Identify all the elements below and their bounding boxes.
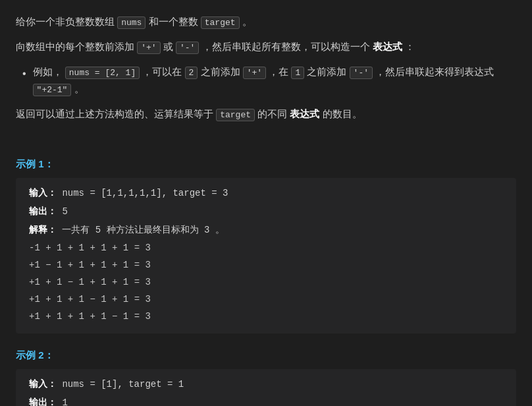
desc-text-4: ，然后串联起所有整数，可以构造一个 bbox=[202, 41, 370, 52]
bullet-text-5: ，然后串联起来得到表达式 bbox=[375, 66, 494, 77]
example1-body: 输入： nums = [1,1,1,1,1], target = 3 输出： 5… bbox=[16, 178, 516, 334]
example1-input-label: 输入： bbox=[29, 188, 57, 198]
example1-input-row: 输入： nums = [1,1,1,1,1], target = 3 bbox=[29, 186, 506, 202]
nums-code-1: nums bbox=[117, 16, 146, 29]
example2-output-val: 1 bbox=[62, 397, 67, 406]
math-row-4: +1 + 1 + 1 + 1 − 1 = 3 bbox=[29, 309, 506, 325]
bullet-2-code: 2 bbox=[185, 67, 198, 79]
example1-section: 示例 1： 输入： nums = [1,1,1,1,1], target = 3… bbox=[16, 156, 516, 334]
math-row-2: +1 + 1 − 1 + 1 + 1 = 3 bbox=[29, 275, 506, 291]
desc-bold: 表达式 bbox=[373, 41, 402, 52]
math-row-0: -1 + 1 + 1 + 1 + 1 = 3 bbox=[29, 241, 506, 256]
intro-paragraph: 给你一个非负整数数组 nums 和一个整数 target 。 bbox=[16, 13, 516, 30]
desc-or-text: 或 bbox=[163, 41, 173, 52]
target-code-1: target bbox=[201, 16, 240, 29]
example2-input-row: 输入： nums = [1], target = 1 bbox=[29, 377, 506, 393]
return-end: 的数目。 bbox=[323, 108, 362, 119]
bullet-expr-code: "+2-1" bbox=[33, 84, 72, 96]
bullet-text-3: ，在 bbox=[269, 66, 288, 77]
example1-output-row: 输出： 5 bbox=[29, 204, 506, 220]
return-bold: 表达式 bbox=[290, 108, 319, 119]
return-paragraph: 返回可以通过上述方法构造的、运算结果等于 target 的不同 表达式 的数目。 bbox=[16, 105, 516, 123]
example1-explain-val: 一共有 5 种方法让最终目标和为 3 。 bbox=[62, 225, 224, 235]
desc-text-1: 向数组中的每个整数前添加 bbox=[16, 41, 134, 52]
bullet-minus-code: '-' bbox=[350, 67, 373, 79]
bullet-1-code: 1 bbox=[291, 67, 304, 79]
example2-output-label: 输出： bbox=[29, 397, 57, 406]
return-text-1: 返回可以通过上述方法构造的、运算结果等于 bbox=[16, 108, 213, 119]
bullet-text-2: 之前添加 bbox=[201, 66, 240, 77]
desc-paragraph: 向数组中的每个整数前添加 '+' 或 '-' ，然后串联起所有整数，可以构造一个… bbox=[16, 38, 516, 55]
intro-text-2: 和一个整数 bbox=[149, 16, 198, 27]
example2-input-label: 输入： bbox=[29, 379, 57, 390]
return-text-2: 的不同 bbox=[257, 108, 287, 119]
example1-output-label: 输出： bbox=[29, 206, 57, 217]
return-target-code: target bbox=[216, 109, 255, 121]
bullet-nums-code: nums = [2, 1] bbox=[65, 67, 140, 79]
bullet-text-4: 之前添加 bbox=[307, 66, 346, 77]
math-row-1: +1 − 1 + 1 + 1 + 1 = 3 bbox=[29, 258, 506, 274]
example1-output-val: 5 bbox=[62, 206, 67, 217]
math-row-3: +1 + 1 + 1 − 1 + 1 = 3 bbox=[29, 292, 506, 308]
example1-title: 示例 1： bbox=[16, 156, 516, 173]
example1-input-val: nums = [1,1,1,1,1], target = 3 bbox=[62, 188, 228, 198]
example1-explain-row: 解释： 一共有 5 种方法让最终目标和为 3 。 bbox=[29, 223, 506, 239]
bullet-text-1: ，可以在 bbox=[142, 66, 182, 77]
plus-code: '+' bbox=[137, 42, 160, 54]
bullet-dot: • bbox=[22, 65, 26, 82]
bullet-paragraph: • 例如， nums = [2, 1] ，可以在 2 之前添加 '+' ，在 1… bbox=[16, 63, 516, 98]
bullet-content: 例如， nums = [2, 1] ，可以在 2 之前添加 '+' ，在 1 之… bbox=[33, 63, 516, 98]
example2-input-val: nums = [1], target = 1 bbox=[62, 379, 184, 390]
intro-text-3: 。 bbox=[242, 16, 252, 27]
example2-title: 示例 2： bbox=[16, 347, 516, 364]
desc-colon: ： bbox=[405, 41, 415, 52]
intro-text-1: 给你一个非负整数数组 bbox=[16, 16, 115, 27]
bullet-prefix: 例如， bbox=[33, 66, 63, 77]
bullet-plus-code: '+' bbox=[243, 67, 266, 79]
example2-section: 示例 2： 输入： nums = [1], target = 1 输出： 1 bbox=[16, 347, 516, 406]
example1-math-block: -1 + 1 + 1 + 1 + 1 = 3 +1 − 1 + 1 + 1 + … bbox=[29, 241, 506, 324]
minus-code: '-' bbox=[176, 42, 199, 54]
example2-output-row: 输出： 1 bbox=[29, 395, 506, 406]
example2-body: 输入： nums = [1], target = 1 输出： 1 bbox=[16, 369, 516, 406]
bullet-end: 。 bbox=[74, 83, 84, 94]
example1-explain-label: 解释： bbox=[29, 225, 57, 235]
